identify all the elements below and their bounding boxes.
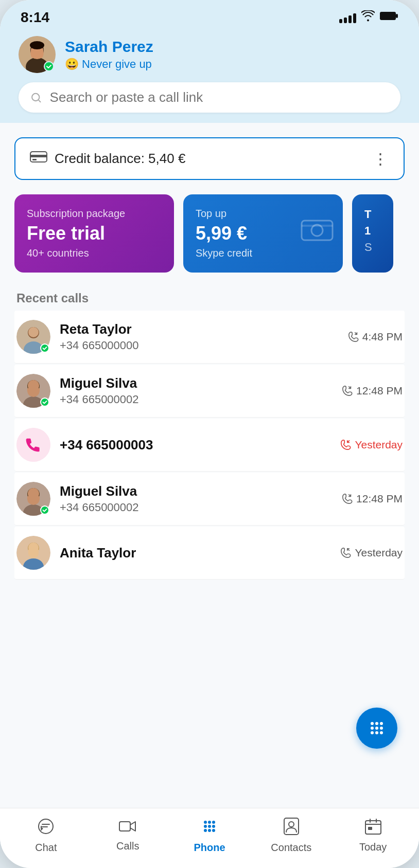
svg-rect-1 [396,14,398,18]
call-time: 12:48 PM [356,493,403,505]
nav-item-contacts[interactable]: Contacts [266,818,317,854]
profile-status: 😀 Never give up [65,58,153,71]
search-bar[interactable] [19,82,400,113]
svg-rect-41 [119,822,130,831]
call-item[interactable]: Reta Taylor +34 665000000 4:48 PM [14,311,405,364]
svg-point-22 [16,428,50,462]
incoming-call-icon [342,493,353,504]
call-avatar-wrap [16,482,50,516]
wifi-icon [361,10,375,25]
svg-point-38 [375,731,378,734]
nav-label-chat: Chat [35,842,57,854]
dialpad-icon [367,718,387,738]
nav-item-phone[interactable]: Phone [184,818,235,854]
svg-point-52 [289,822,294,827]
call-number-large: +34 665000003 [60,437,331,453]
video-icon [119,819,136,837]
credit-balance-text: Credit balance: 5,40 € [55,151,185,167]
call-item[interactable]: Anita Taylor Yesterday [14,527,405,580]
call-list: Reta Taylor +34 665000000 4:48 PM [14,311,405,581]
svg-point-33 [380,722,383,725]
svg-rect-10 [32,159,37,160]
svg-point-48 [204,829,207,832]
call-time-wrap: Yesterday [340,547,403,559]
promo-extra-card[interactable]: T 1 S [352,194,393,273]
svg-point-45 [204,825,207,828]
dialpad-fab[interactable] [356,708,397,749]
call-time-wrap: 12:48 PM [342,493,403,505]
credit-more-button[interactable]: ⋮ [373,150,389,168]
call-name: Anita Taylor [60,545,331,561]
call-info: +34 665000003 [60,437,331,453]
credit-icon [30,150,47,168]
signal-icon [339,12,356,23]
svg-point-43 [208,821,211,824]
promo-subscription-card[interactable]: Subscription package Free trial 40+ coun… [14,194,174,273]
svg-point-7 [32,93,39,100]
today-icon [365,818,381,838]
phone-frame: 8:14 [0,0,419,868]
profile-info: Sarah Perez 😀 Never give up [65,38,153,71]
svg-point-31 [371,722,374,725]
call-time: Yesterday [355,547,403,559]
credit-card[interactable]: Credit balance: 5,40 € ⋮ [14,137,405,180]
call-avatar-wrap [16,428,50,462]
svg-point-32 [375,722,378,725]
call-avatar-wrap [16,320,50,354]
search-icon [30,91,43,104]
money-icon [301,216,334,250]
dialpad-nav-icon [201,818,218,839]
call-name: Miguel Silva [60,483,333,499]
call-time-wrap: 12:48 PM [342,385,403,397]
call-name: Miguel Silva [60,375,333,391]
call-item[interactable]: +34 665000003 Yesterday [14,419,405,472]
svg-point-44 [212,821,215,824]
call-avatar [16,536,50,570]
call-number: +34 665000002 [60,501,333,514]
svg-point-49 [208,829,211,832]
call-online-badge [40,343,49,353]
svg-point-37 [371,731,374,734]
main-area: Credit balance: 5,40 € ⋮ Subscription pa… [0,123,419,808]
avatar[interactable] [19,36,56,73]
missed-call-icon [340,439,352,450]
credit-left: Credit balance: 5,40 € [30,150,185,168]
call-online-badge [40,505,49,515]
incoming-call-icon [348,331,359,342]
promo-topup-card[interactable]: Top up 5,99 € Skype credit [183,194,343,273]
call-item[interactable]: Miguel Silva +34 665000002 12:48 PM [14,473,405,526]
promo-cards: Subscription package Free trial 40+ coun… [14,194,405,273]
svg-point-50 [212,829,215,832]
call-time: Yesterday [355,439,403,451]
svg-rect-9 [30,155,47,157]
svg-point-34 [371,727,374,730]
promo-sub-title: Free trial [27,223,162,244]
nav-item-chat[interactable]: Chat [20,818,72,854]
call-avatar-phone [16,428,50,462]
nav-label-contacts: Contacts [271,842,311,854]
header: Sarah Perez 😀 Never give up [0,31,419,123]
svg-point-35 [375,727,378,730]
nav-item-calls[interactable]: Calls [102,819,153,852]
status-icons [339,10,398,25]
profile-row: Sarah Perez 😀 Never give up [19,36,400,73]
svg-rect-54 [368,827,372,830]
outgoing-call-icon [340,547,352,558]
promo-sub-desc: 40+ countries [27,247,162,259]
svg-rect-13 [302,225,333,227]
status-bar: 8:14 [0,0,419,31]
call-time: 4:48 PM [362,331,403,343]
search-input[interactable] [50,89,389,105]
recent-calls-label: Recent calls [14,291,405,305]
call-info: Reta Taylor +34 665000000 [60,321,339,352]
nav-label-phone: Phone [194,842,225,854]
call-item[interactable]: Miguel Silva +34 665000002 12:48 PM [14,365,405,418]
nav-item-today[interactable]: Today [347,818,399,853]
call-info: Anita Taylor [60,545,331,561]
nav-label-calls: Calls [116,840,139,852]
svg-rect-11 [302,221,333,240]
svg-point-39 [380,731,383,734]
call-online-badge [40,397,49,407]
call-avatar-wrap [16,374,50,408]
call-number: +34 665000000 [60,339,339,352]
